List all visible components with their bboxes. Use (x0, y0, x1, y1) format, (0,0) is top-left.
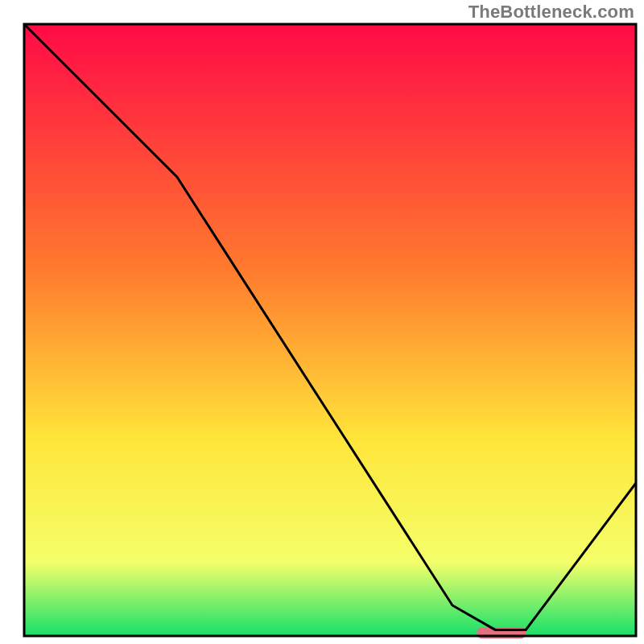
watermark-text: TheBottleneck.com (469, 2, 634, 23)
bottleneck-chart (0, 0, 644, 644)
